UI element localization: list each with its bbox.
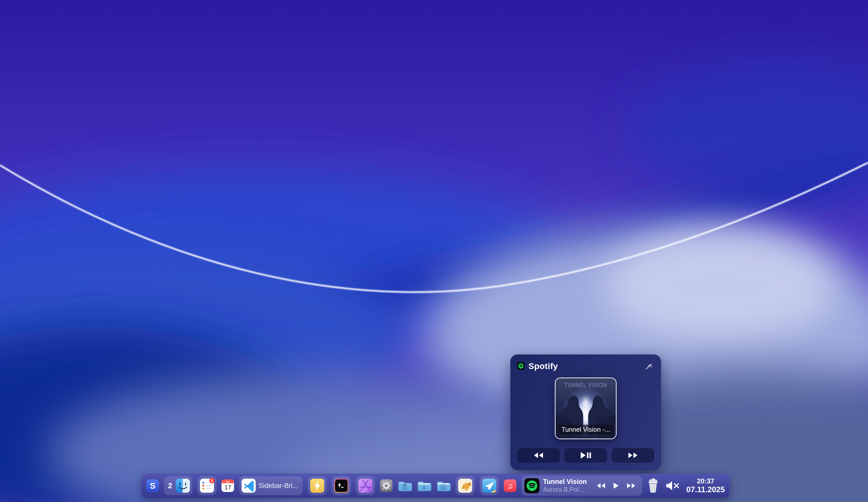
customize-widget-button[interactable] <box>643 360 654 372</box>
trash-full-icon[interactable] <box>647 478 659 493</box>
dock: S 2 <box>141 474 730 498</box>
folder-stack-icon[interactable] <box>397 479 412 493</box>
fast-forward-icon <box>628 452 638 458</box>
affinity-icon <box>359 479 372 493</box>
dock-item-spotify-now-playing[interactable]: Tunnel Vision Aurora B.Pol... <box>521 475 642 496</box>
volume-muted-icon[interactable] <box>665 480 680 491</box>
widget-previous-button[interactable] <box>517 448 560 463</box>
s-glyph: S <box>150 481 156 490</box>
dock-item-reminders[interactable]: 2 <box>197 476 217 495</box>
rewind-icon <box>597 483 606 489</box>
wallpaper <box>0 0 868 502</box>
dock-item-spark[interactable] <box>480 476 499 495</box>
spotify-widget: Spotify <box>510 354 661 470</box>
finder-icon <box>176 479 190 493</box>
widget-next-button[interactable] <box>612 448 654 463</box>
dock-item-postico[interactable] <box>456 476 475 495</box>
folder-downloads-icon[interactable] <box>436 479 451 493</box>
play-icon <box>613 482 619 489</box>
settings-icon[interactable] <box>380 479 393 493</box>
paintbrush-icon <box>645 362 653 370</box>
clock[interactable]: 20:37 07.11.2025 <box>686 478 725 494</box>
spark-mail-icon <box>482 479 496 493</box>
calendar-icon[interactable]: JUL 17 <box>221 479 234 493</box>
finder-window-count: 2 <box>166 481 173 490</box>
widget-play-pause-button[interactable] <box>564 448 607 463</box>
dock-play-button[interactable] <box>613 482 619 489</box>
lightning-app-icon <box>310 479 324 493</box>
wallpaper-art <box>0 0 868 502</box>
vscode-icon <box>241 479 256 493</box>
now-playing-text: Tunnel Vision Aurora B.Pol... <box>543 478 589 493</box>
dock-right-group: 20:37 07.11.2025 <box>647 478 725 494</box>
play-pause-icon <box>580 452 591 459</box>
reminders-badge: 2 <box>211 478 213 483</box>
spotify-icon <box>524 478 540 494</box>
dock-next-button[interactable] <box>627 483 636 489</box>
postico-elephant-icon <box>458 479 472 493</box>
spotify-widget-header: Spotify <box>517 360 654 372</box>
album-art-caption: Tunnel Vision -... <box>558 425 613 435</box>
calendar-day: 17 <box>224 484 231 491</box>
s-app-icon[interactable]: S <box>146 479 159 493</box>
now-playing-artist: Aurora B.Pol... <box>543 486 587 493</box>
desktop: Spotify <box>0 0 868 502</box>
dock-media-controls <box>592 482 639 489</box>
clock-time: 20:37 <box>697 478 714 485</box>
dock-item-finder[interactable]: 2 <box>164 476 193 495</box>
music-note-glyph: ♫ <box>507 481 513 490</box>
dock-item-vscode[interactable]: Sidebar-Bri... <box>239 476 303 495</box>
dock-item-terminal[interactable] <box>332 476 351 495</box>
dock-item-affinity[interactable] <box>356 476 375 495</box>
dock-previous-button[interactable] <box>597 483 606 489</box>
rewind-icon <box>534 452 544 458</box>
spotify-icon <box>517 362 525 370</box>
album-art[interactable]: TUNNEL VISION Tunnel Vision -... <box>555 377 617 439</box>
vscode-window-title: Sidebar-Bri... <box>259 482 300 490</box>
applications-glyph: A <box>422 485 426 491</box>
album-art-title: TUNNEL VISION <box>561 381 611 389</box>
now-playing-track: Tunnel Vision <box>543 478 587 486</box>
fast-forward-icon <box>627 483 636 489</box>
apple-music-icon[interactable]: ♫ <box>504 479 516 493</box>
widget-controls <box>517 448 654 463</box>
gear-glyph <box>382 481 391 490</box>
calendar-month: JUL <box>226 480 230 483</box>
dock-item-zap[interactable] <box>308 476 327 495</box>
widget-title: Spotify <box>528 361 558 371</box>
folder-applications-icon[interactable]: A <box>417 479 431 493</box>
reminders-icon: 2 <box>200 479 214 493</box>
clock-date: 07.11.2025 <box>686 485 725 494</box>
terminal-icon <box>334 479 348 493</box>
